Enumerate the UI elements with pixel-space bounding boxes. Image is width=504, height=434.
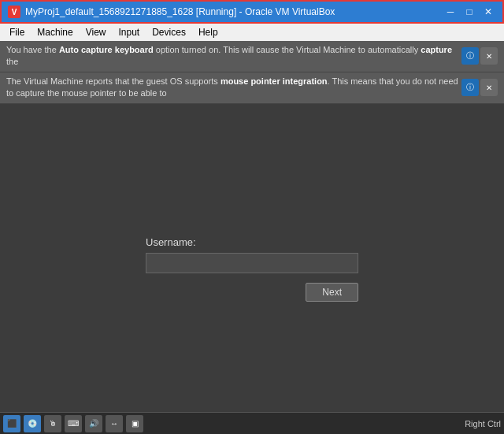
notification-mouse-info-button[interactable]: ⓘ (461, 79, 479, 96)
menu-help[interactable]: Help (192, 25, 224, 39)
status-icon-3[interactable]: 🖱 (44, 415, 61, 432)
status-icon-2[interactable]: 💿 (24, 415, 41, 432)
next-button-row: Next (146, 283, 358, 302)
notification-mouse: The Virtual Machine reports that the gue… (0, 72, 504, 104)
username-label: Username: (146, 236, 196, 248)
right-ctrl-label: Right Ctrl (465, 419, 501, 428)
close-button[interactable]: ✕ (480, 4, 496, 20)
notification-mouse-buttons: ⓘ ✕ (461, 79, 498, 96)
notification-keyboard-info-button[interactable]: ⓘ (461, 47, 479, 65)
login-container: Username: Next (146, 236, 358, 302)
status-right: Right Ctrl (465, 419, 501, 428)
title-text: MyProj1_default_1568921271885_1628 [Runn… (25, 6, 443, 17)
username-input[interactable] (146, 253, 358, 273)
minimize-button[interactable]: ─ (443, 4, 458, 20)
next-button[interactable]: Next (306, 283, 358, 302)
status-icon-7[interactable]: ▣ (126, 415, 143, 432)
window-controls: ─ □ ✕ (443, 4, 496, 20)
status-icon-5[interactable]: 🔊 (85, 415, 102, 432)
notification-keyboard-buttons: ⓘ ✕ (461, 47, 498, 65)
notification-keyboard-close-button[interactable]: ✕ (480, 47, 498, 65)
title-bar: V MyProj1_default_1568921271885_1628 [Ru… (0, 0, 504, 24)
status-bar: ⬛ 💿 🖱 ⌨ 🔊 ↔ ▣ Right Ctrl (0, 412, 504, 434)
notification-mouse-text: The Virtual Machine reports that the gue… (6, 76, 461, 100)
maximize-button[interactable]: □ (461, 4, 477, 20)
menu-file[interactable]: File (3, 25, 31, 39)
menu-input[interactable]: Input (113, 25, 146, 39)
menu-bar: File Machine View Input Devices Help (0, 24, 504, 41)
menu-view[interactable]: View (80, 25, 113, 39)
status-icon-1[interactable]: ⬛ (3, 415, 20, 432)
content-area: You have the Auto capture keyboard optio… (0, 41, 504, 434)
virtualbox-icon: V (8, 6, 20, 18)
notification-keyboard: You have the Auto capture keyboard optio… (0, 41, 504, 72)
status-icon-4[interactable]: ⌨ (65, 415, 82, 432)
notification-keyboard-text: You have the Auto capture keyboard optio… (6, 44, 461, 69)
menu-machine[interactable]: Machine (31, 25, 79, 39)
vm-display: Username: Next (0, 104, 504, 434)
status-icon-6[interactable]: ↔ (106, 415, 123, 432)
menu-devices[interactable]: Devices (146, 25, 192, 39)
status-left: ⬛ 💿 🖱 ⌨ 🔊 ↔ ▣ (3, 415, 143, 432)
notification-mouse-close-button[interactable]: ✕ (480, 79, 498, 96)
